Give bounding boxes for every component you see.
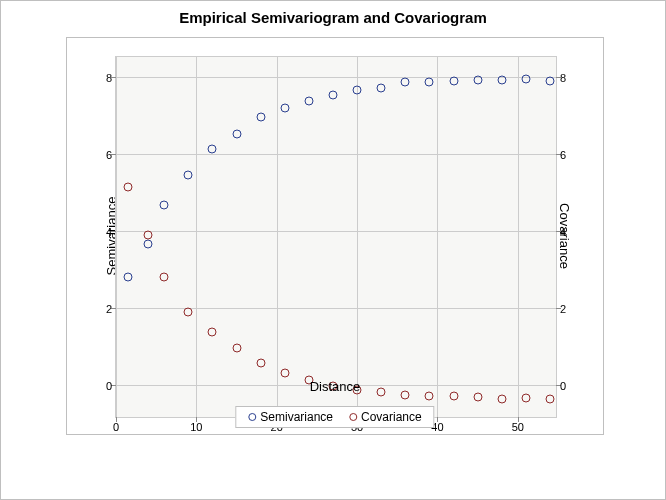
point-semivariance — [473, 76, 482, 85]
point-semivariance — [425, 77, 434, 86]
point-semivariance — [124, 273, 133, 282]
point-semivariance — [232, 129, 241, 138]
y-tick-label-left: 2 — [88, 303, 112, 315]
point-covariance — [545, 394, 554, 403]
point-semivariance — [184, 171, 193, 180]
legend-item-semivariance: Semivariance — [248, 410, 333, 424]
legend: Semivariance Covariance — [235, 406, 434, 428]
x-tick-label: 0 — [113, 421, 119, 433]
y-tick-label-right: 8 — [560, 72, 580, 84]
point-semivariance — [256, 113, 265, 122]
x-tick-label: 10 — [190, 421, 202, 433]
point-semivariance — [497, 75, 506, 84]
y-tick-label-right: 2 — [560, 303, 580, 315]
point-semivariance — [545, 76, 554, 85]
circle-marker-icon — [349, 413, 357, 421]
point-covariance — [124, 182, 133, 191]
point-semivariance — [208, 145, 217, 154]
legend-label: Covariance — [361, 410, 422, 424]
chart-title: Empirical Semivariogram and Covariogram — [1, 9, 665, 26]
legend-label: Semivariance — [260, 410, 333, 424]
y-tick-label-left: 4 — [88, 226, 112, 238]
point-semivariance — [401, 77, 410, 86]
point-covariance — [497, 394, 506, 403]
point-covariance — [280, 368, 289, 377]
point-covariance — [160, 273, 169, 282]
y-tick-label-left: 6 — [88, 149, 112, 161]
point-covariance — [184, 308, 193, 317]
chart-frame: Empirical Semivariogram and Covariogram … — [0, 0, 666, 500]
point-semivariance — [144, 239, 153, 248]
x-axis-label: Distance — [67, 379, 603, 394]
point-semivariance — [304, 97, 313, 106]
point-covariance — [256, 359, 265, 368]
point-covariance — [208, 328, 217, 337]
plot-wall: 010203040500246802468 — [115, 56, 557, 418]
legend-item-covariance: Covariance — [349, 410, 422, 424]
point-semivariance — [280, 103, 289, 112]
y-tick-label-right: 6 — [560, 149, 580, 161]
point-semivariance — [328, 90, 337, 99]
y-tick-label-left: 8 — [88, 72, 112, 84]
point-covariance — [521, 394, 530, 403]
point-semivariance — [353, 85, 362, 94]
plot-area: Semivariance Covariance 0102030405002468… — [66, 37, 604, 435]
point-covariance — [232, 344, 241, 353]
y-tick-label-right: 4 — [560, 226, 580, 238]
point-covariance — [144, 231, 153, 240]
point-semivariance — [449, 77, 458, 86]
point-semivariance — [160, 201, 169, 210]
point-semivariance — [377, 83, 386, 92]
point-semivariance — [521, 74, 530, 83]
circle-marker-icon — [248, 413, 256, 421]
x-tick-label: 50 — [512, 421, 524, 433]
